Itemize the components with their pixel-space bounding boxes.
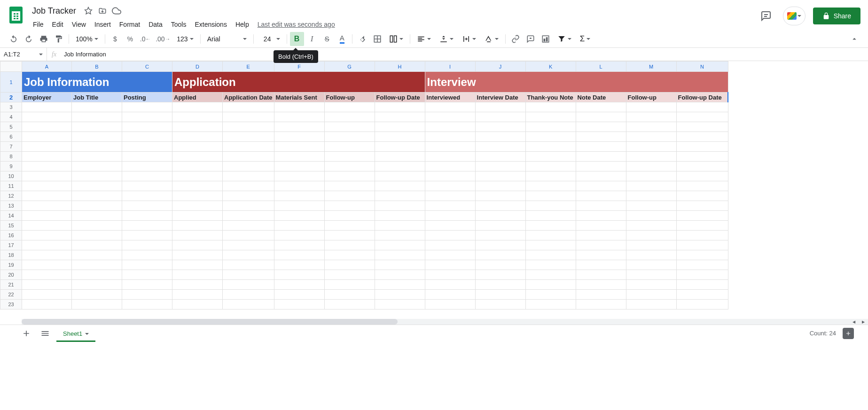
doc-title[interactable]: Job Tracker: [29, 5, 79, 17]
cell[interactable]: [626, 142, 676, 152]
cell[interactable]: [676, 280, 728, 290]
cell[interactable]: [525, 112, 576, 122]
merge-cells-button[interactable]: [385, 32, 407, 46]
cell[interactable]: [676, 162, 728, 171]
cell[interactable]: [274, 152, 324, 162]
cell[interactable]: [72, 270, 122, 280]
cell[interactable]: [324, 250, 375, 260]
column-header-cell[interactable]: Follow-up Date: [676, 93, 728, 102]
cell[interactable]: [72, 122, 122, 132]
cell[interactable]: [375, 132, 425, 142]
cell[interactable]: [274, 162, 324, 171]
cell[interactable]: [626, 300, 676, 309]
cell[interactable]: [475, 211, 525, 221]
cell[interactable]: [425, 122, 475, 132]
col-header-D[interactable]: D: [172, 62, 223, 72]
cell[interactable]: [72, 231, 122, 240]
paint-format-button[interactable]: [52, 32, 66, 46]
cell[interactable]: [626, 280, 676, 290]
cell[interactable]: [22, 211, 72, 221]
cell[interactable]: [626, 211, 676, 221]
cell[interactable]: [626, 102, 676, 112]
cell[interactable]: [525, 270, 576, 280]
cell[interactable]: [22, 250, 72, 260]
cell[interactable]: [274, 181, 324, 191]
cell[interactable]: [525, 231, 576, 240]
cell[interactable]: [122, 181, 172, 191]
menu-help[interactable]: Help: [232, 19, 253, 30]
cell[interactable]: [324, 260, 375, 270]
cell[interactable]: [72, 162, 122, 171]
cell[interactable]: [72, 102, 122, 112]
cell[interactable]: [274, 300, 324, 309]
cell[interactable]: [22, 201, 72, 211]
cell[interactable]: [626, 112, 676, 122]
cell[interactable]: [576, 122, 626, 132]
section-header[interactable]: Application: [172, 72, 425, 93]
share-button[interactable]: Share: [813, 8, 860, 24]
row-header-22[interactable]: 22: [0, 290, 22, 300]
cell[interactable]: [576, 240, 626, 250]
cell[interactable]: [172, 221, 223, 231]
row-header-3[interactable]: 3: [0, 102, 22, 112]
cell[interactable]: [223, 290, 274, 300]
cell[interactable]: [375, 270, 425, 280]
column-header-cell[interactable]: Thank-you Note: [525, 93, 576, 102]
cell[interactable]: [626, 250, 676, 260]
cell[interactable]: [274, 270, 324, 280]
cell[interactable]: [576, 260, 626, 270]
cell[interactable]: [223, 201, 274, 211]
cell[interactable]: [324, 201, 375, 211]
cell[interactable]: [274, 201, 324, 211]
cell[interactable]: [525, 181, 576, 191]
scroll-left-icon[interactable]: ◀: [849, 319, 859, 325]
col-header-E[interactable]: E: [223, 62, 274, 72]
cell[interactable]: [676, 112, 728, 122]
cell[interactable]: [72, 221, 122, 231]
cell[interactable]: [475, 152, 525, 162]
cell[interactable]: [425, 300, 475, 309]
col-header-I[interactable]: I: [425, 62, 475, 72]
column-header-cell[interactable]: Posting: [122, 93, 172, 102]
cell[interactable]: [223, 171, 274, 181]
cell[interactable]: [626, 171, 676, 181]
cell[interactable]: [122, 221, 172, 231]
cell[interactable]: [223, 162, 274, 171]
h-scrollbar[interactable]: [22, 319, 859, 325]
cell[interactable]: [425, 211, 475, 221]
cell[interactable]: [475, 191, 525, 201]
cell[interactable]: [375, 152, 425, 162]
cell[interactable]: [172, 162, 223, 171]
cell[interactable]: [676, 191, 728, 201]
cell[interactable]: [626, 270, 676, 280]
col-header-G[interactable]: G: [324, 62, 375, 72]
cell[interactable]: [626, 132, 676, 142]
menu-insert[interactable]: Insert: [91, 19, 115, 30]
column-header-cell[interactable]: Application Date: [223, 93, 274, 102]
cell[interactable]: [475, 231, 525, 240]
bold-button[interactable]: B: [290, 32, 304, 46]
cell[interactable]: [122, 290, 172, 300]
cell[interactable]: [22, 152, 72, 162]
cell[interactable]: [72, 240, 122, 250]
currency-button[interactable]: $: [108, 32, 122, 46]
cell[interactable]: [223, 112, 274, 122]
cell[interactable]: [676, 290, 728, 300]
cell[interactable]: [324, 112, 375, 122]
cell[interactable]: [72, 181, 122, 191]
column-header-cell[interactable]: Interview Date: [475, 93, 525, 102]
col-header-N[interactable]: N: [676, 62, 728, 72]
cell[interactable]: [223, 122, 274, 132]
row-header-19[interactable]: 19: [0, 260, 22, 270]
row-header-9[interactable]: 9: [0, 162, 22, 171]
section-header[interactable]: Interview: [425, 72, 728, 93]
cell[interactable]: [676, 260, 728, 270]
cell[interactable]: [72, 290, 122, 300]
cell[interactable]: [324, 162, 375, 171]
cell[interactable]: [525, 221, 576, 231]
cell[interactable]: [72, 250, 122, 260]
cell[interactable]: [475, 181, 525, 191]
cell[interactable]: [375, 231, 425, 240]
col-header-H[interactable]: H: [375, 62, 425, 72]
cell[interactable]: [122, 191, 172, 201]
